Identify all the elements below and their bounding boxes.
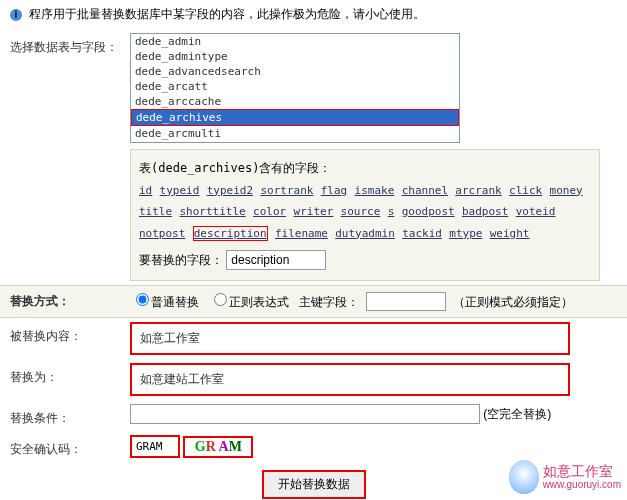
- watermark-logo-icon: [509, 460, 539, 494]
- field-link[interactable]: filename: [275, 227, 328, 240]
- label-captcha: 安全确认码：: [10, 435, 130, 458]
- replace-cond-input[interactable]: [130, 404, 480, 424]
- key-field-input[interactable]: [366, 292, 446, 311]
- info-icon: i: [10, 9, 22, 21]
- watermark: 如意工作室 www.guoruyi.com: [509, 460, 621, 494]
- watermark-text: 如意工作室: [543, 464, 621, 479]
- field-link[interactable]: tackid: [402, 227, 442, 240]
- field-link[interactable]: shorttitle: [179, 205, 245, 218]
- label-replace-cond: 替换条件：: [10, 404, 130, 427]
- replaced-content-input[interactable]: 如意工作室: [130, 322, 570, 355]
- radio-normal[interactable]: [136, 293, 149, 306]
- field-link[interactable]: typeid: [160, 184, 200, 197]
- fields-title: 表(dede_archives)含有的字段：: [139, 161, 331, 175]
- field-link[interactable]: title: [139, 205, 172, 218]
- field-link[interactable]: sortrank: [260, 184, 313, 197]
- label-replaced-content: 被替换内容：: [10, 322, 130, 345]
- warning-text: 程序用于批量替换数据库中某字段的内容，此操作极为危险，请小心使用。: [29, 7, 425, 21]
- table-option[interactable]: dede_admintype: [131, 49, 459, 64]
- radio-normal-label: 普通替换: [151, 295, 199, 309]
- field-link[interactable]: flag: [321, 184, 348, 197]
- field-link[interactable]: mtype: [449, 227, 482, 240]
- captcha-image[interactable]: GR AM: [183, 436, 253, 458]
- field-link[interactable]: s: [388, 205, 395, 218]
- field-link[interactable]: weight: [490, 227, 530, 240]
- field-link[interactable]: notpost: [139, 227, 185, 240]
- radio-regex[interactable]: [214, 293, 227, 306]
- watermark-url: www.guoruyi.com: [543, 479, 621, 490]
- field-link[interactable]: description: [193, 226, 268, 241]
- regex-note: （正则模式必须指定）: [453, 295, 573, 309]
- fields-area: 表(dede_archives)含有的字段： id typeid typeid2…: [130, 149, 600, 281]
- table-option[interactable]: dede_archives: [131, 109, 459, 126]
- label-replace-mode: 替换方式：: [10, 293, 130, 310]
- field-link[interactable]: channel: [402, 184, 448, 197]
- field-link[interactable]: color: [253, 205, 286, 218]
- table-option[interactable]: dede_arccache: [131, 94, 459, 109]
- field-to-replace-input[interactable]: [226, 250, 326, 270]
- captcha-input[interactable]: [130, 435, 180, 458]
- warning-note: i 程序用于批量替换数据库中某字段的内容，此操作极为危险，请小心使用。: [0, 0, 627, 29]
- table-option[interactable]: dede_arcmulti: [131, 126, 459, 141]
- table-option[interactable]: dede_advancedsearch: [131, 64, 459, 79]
- field-link[interactable]: writer: [294, 205, 334, 218]
- field-link[interactable]: badpost: [462, 205, 508, 218]
- field-link[interactable]: id: [139, 184, 152, 197]
- table-list[interactable]: dede_admindede_admintypedede_advancedsea…: [130, 33, 460, 143]
- table-option[interactable]: dede_admin: [131, 34, 459, 49]
- field-link[interactable]: goodpost: [402, 205, 455, 218]
- submit-button[interactable]: 开始替换数据: [262, 470, 366, 499]
- radio-regex-label: 正则表达式: [229, 295, 289, 309]
- table-option[interactable]: dede_arcrank: [131, 141, 459, 143]
- field-link[interactable]: money: [550, 184, 583, 197]
- field-link[interactable]: click: [509, 184, 542, 197]
- field-link[interactable]: dutyadmin: [335, 227, 395, 240]
- fields-list: id typeid typeid2 sortrank flag ismake c…: [139, 183, 587, 240]
- field-link[interactable]: ismake: [355, 184, 395, 197]
- field-link[interactable]: voteid: [516, 205, 556, 218]
- table-option[interactable]: dede_arcatt: [131, 79, 459, 94]
- label-select-table: 选择数据表与字段：: [10, 33, 130, 56]
- cond-note: (空完全替换): [483, 407, 551, 421]
- replace-to-input[interactable]: 如意建站工作室: [130, 363, 570, 396]
- label-replace-to: 替换为：: [10, 363, 130, 386]
- field-link[interactable]: source: [341, 205, 381, 218]
- field-link[interactable]: arcrank: [455, 184, 501, 197]
- key-field-label: 主键字段：: [299, 295, 359, 309]
- field-to-replace-label: 要替换的字段：: [139, 253, 223, 267]
- field-link[interactable]: typeid2: [207, 184, 253, 197]
